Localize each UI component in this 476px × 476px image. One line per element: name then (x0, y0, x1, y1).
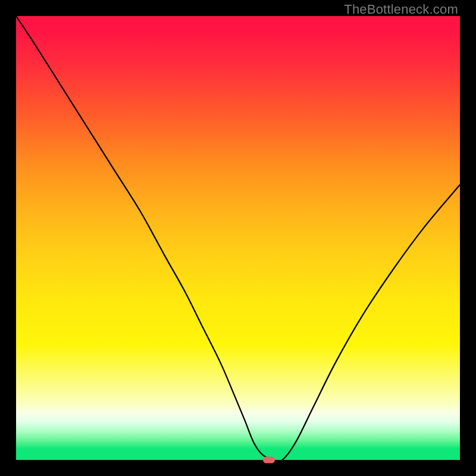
optimal-point-marker (263, 457, 275, 464)
watermark-text: TheBottleneck.com (344, 2, 458, 17)
bottleneck-curve (16, 16, 460, 460)
chart-frame: TheBottleneck.com (0, 0, 476, 476)
plot-area (16, 16, 460, 460)
